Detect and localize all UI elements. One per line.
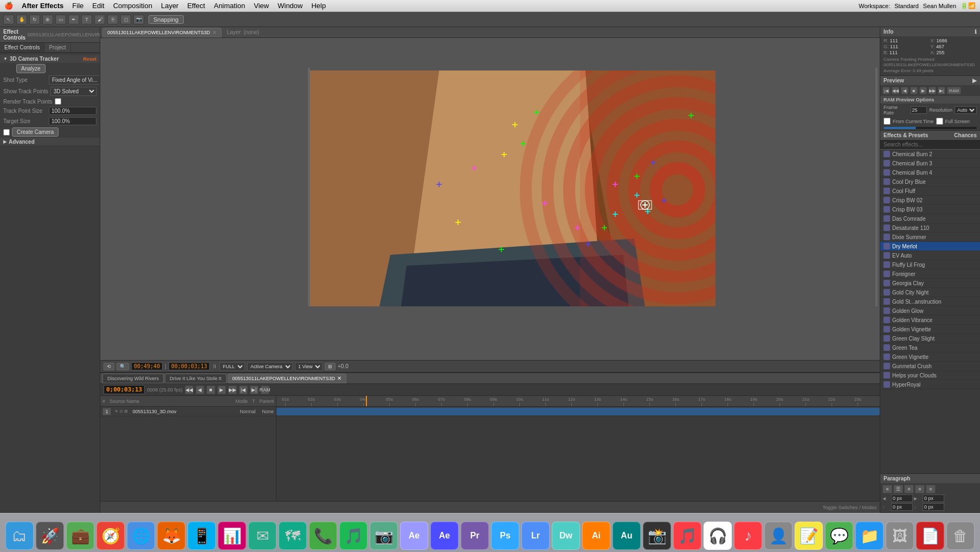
effect-item[interactable]: Chemical Burn 2 <box>880 150 980 159</box>
frame-rate-input[interactable] <box>911 106 927 114</box>
composition-menu[interactable]: Composition <box>113 2 152 10</box>
tab-effect-controls[interactable]: Effect Controls <box>0 43 44 52</box>
para-align-left[interactable]: ≡ <box>882 485 892 493</box>
layer-mode[interactable]: Normal <box>240 409 255 414</box>
tl-tab-close-2[interactable]: ✕ <box>337 375 341 381</box>
effect-item[interactable]: Green Tea <box>880 343 980 352</box>
viewer-right-handle[interactable] <box>875 68 878 306</box>
tl-stop[interactable]: ■ <box>207 386 215 394</box>
dock-icon-chrome[interactable]: 🌐 <box>127 522 155 550</box>
dock-icon-preview[interactable]: 🖼 <box>886 522 914 550</box>
tool-scale[interactable]: ⊕ <box>42 15 53 24</box>
reset-button[interactable]: Reset <box>83 56 96 62</box>
dock-icon-spotify[interactable]: 🎵 <box>339 522 368 550</box>
dock-icon-photos[interactable]: 📷 <box>370 522 398 550</box>
dock-icon-adobe-ps[interactable]: Ps <box>491 522 519 550</box>
effect-item[interactable]: Gold City Night <box>880 288 980 297</box>
prev-stop-btn[interactable]: ■ <box>910 87 918 94</box>
tl-tab-0[interactable]: Discovering Wild Rivers <box>102 374 164 383</box>
effect-item[interactable]: Golden Glow <box>880 306 980 316</box>
dock-icon-adobe-lr[interactable]: Lr <box>521 522 550 550</box>
effect-item[interactable]: Das Comrade <box>880 214 980 223</box>
effect-item[interactable]: Helps your Clouds <box>880 371 980 380</box>
dock-icon-adobe-ae[interactable]: Ae <box>400 522 428 550</box>
tl-first-frame[interactable]: |◀ <box>239 386 248 394</box>
dock-icon-phone[interactable]: 📞 <box>309 522 337 550</box>
tool-select[interactable]: ↖ <box>3 15 14 24</box>
dock-icon-adobe-au[interactable]: Au <box>612 522 641 550</box>
dock-icon-adobe-dw[interactable]: Dw <box>552 522 580 550</box>
tab-project[interactable]: Project <box>44 43 70 52</box>
tl-prev-frame[interactable]: ◀◀ <box>185 386 194 394</box>
dock-icon-skype[interactable]: 📱 <box>188 522 216 550</box>
effect-item[interactable]: Georgia Clay <box>880 279 980 288</box>
comp-tab-0[interactable]: 005513011LAKEPOWELLENVIRONMENTS3D ✕ <box>102 28 222 37</box>
effect-item[interactable]: Chemical Burn 4 <box>880 168 980 177</box>
tool-stamp[interactable]: ⎘ <box>107 15 118 24</box>
view-menu[interactable]: View <box>254 2 269 10</box>
apple-menu[interactable]: 🍎 <box>4 2 13 10</box>
file-menu[interactable]: File <box>72 2 83 10</box>
dock-icon-migration-assistant[interactable]: 💼 <box>66 522 94 550</box>
app-name-menu[interactable]: After Effects <box>22 2 63 10</box>
tool-rotate[interactable]: ↻ <box>29 15 40 24</box>
camera-tracker-header[interactable]: ▼ 3D Camera Tracker Reset <box>0 55 100 63</box>
playhead[interactable] <box>366 396 367 406</box>
tl-play-fwd[interactable]: ▶ <box>217 386 226 394</box>
dock-icon-launchpad[interactable]: 🚀 <box>36 522 64 550</box>
toggle-modes-btn[interactable]: Toggle Switches / Modes <box>822 505 876 510</box>
viewer-canvas[interactable] <box>100 38 880 360</box>
layer-parent[interactable]: None <box>262 409 274 414</box>
dock-icon-mail[interactable]: ✉ <box>248 522 276 550</box>
indent-left-input[interactable] <box>891 495 913 502</box>
dock-icon-messages[interactable]: 💬 <box>825 522 853 550</box>
effect-item[interactable]: Fluffy Lil Frog <box>880 260 980 269</box>
window-menu[interactable]: Window <box>278 2 302 10</box>
effect-item[interactable]: Foreigner <box>880 269 980 279</box>
magnify-btn[interactable]: 🔍 <box>117 363 129 370</box>
show-track-select[interactable]: 3D Solved <box>50 87 96 96</box>
effect-item[interactable]: Gunmetal Crush <box>880 362 980 371</box>
prev-last-btn[interactable]: ▶| <box>938 87 945 94</box>
dock-icon-safari[interactable]: 🧭 <box>96 522 125 550</box>
effect-item[interactable]: Green Vignette <box>880 352 980 362</box>
dock-icon-pages[interactable]: 📄 <box>916 522 944 550</box>
dock-icon-adobe-pr[interactable]: Pr <box>461 522 489 550</box>
create-camera-button[interactable]: Create Camera <box>12 127 59 137</box>
tl-play-rev[interactable]: ◀ <box>196 386 204 394</box>
effect-menu[interactable]: Effect <box>187 2 205 10</box>
dock-icon-adobe-ae2[interactable]: Ae <box>430 522 459 550</box>
ram-preview-options-header[interactable]: RAM Preview Options <box>880 96 980 104</box>
dock-icon-contacts[interactable]: 👤 <box>764 522 792 550</box>
edit-menu[interactable]: Edit <box>92 2 104 10</box>
dock-icon-aperture[interactable]: 📸 <box>643 522 671 550</box>
paragraph-section-header[interactable]: Paragraph <box>880 474 980 483</box>
effect-item[interactable]: Chemical Burn 3 <box>880 159 980 168</box>
snapping-toggle[interactable]: Snapping <box>149 15 184 24</box>
reset-view-btn[interactable]: ⟲ <box>104 363 114 370</box>
target-size-value[interactable]: 100.0% <box>49 117 96 125</box>
effect-item[interactable]: Cool Fluff <box>880 187 980 196</box>
space-before-input[interactable] <box>891 503 913 511</box>
effect-item[interactable]: Desaturate 110 <box>880 223 980 233</box>
render-track-checkbox[interactable] <box>55 98 61 105</box>
tool-eraser[interactable]: ◻ <box>120 15 131 24</box>
effect-item[interactable]: Dry Merlot <box>880 242 980 251</box>
advanced-header[interactable]: ▶ Advanced <box>0 138 100 146</box>
dock-icon-firefox[interactable]: 🦊 <box>157 522 185 550</box>
tool-pen[interactable]: ✒ <box>68 15 79 24</box>
prev-first-btn[interactable]: |◀ <box>882 87 890 94</box>
prev-fast-btn[interactable]: ▶▶ <box>929 87 936 94</box>
effects-search-input[interactable] <box>880 140 980 150</box>
comp-tab-close-0[interactable]: ✕ <box>212 30 217 35</box>
tool-text[interactable]: T <box>81 15 92 24</box>
tl-tab-1[interactable]: Drive It Like You Stole It <box>165 374 227 383</box>
info-section-header[interactable]: Info ℹ <box>880 27 980 36</box>
effect-item[interactable]: Crisp BW 03 <box>880 205 980 214</box>
dock-icon-finder[interactable]: 🗂 <box>5 522 34 550</box>
active-camera-select[interactable]: Active Camera <box>247 362 293 371</box>
from-current-time-checkbox[interactable] <box>884 118 891 125</box>
tool-paint[interactable]: 🖌 <box>94 15 105 24</box>
animation-menu[interactable]: Animation <box>214 2 245 10</box>
dock-icon-itunes2[interactable]: ♪ <box>734 522 762 550</box>
